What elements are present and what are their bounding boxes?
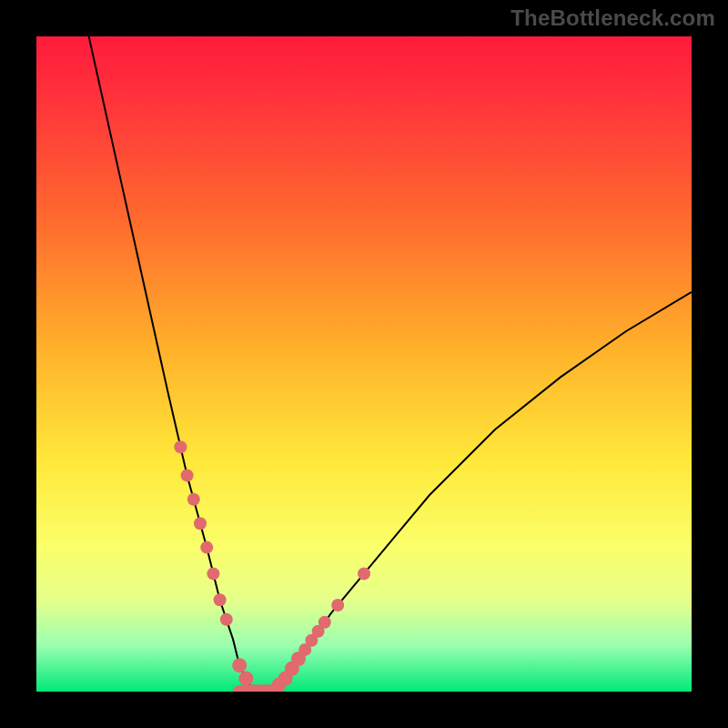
highlight-point (278, 672, 293, 686)
highlight-point (220, 613, 233, 626)
highlight-point (331, 599, 344, 612)
highlight-point (358, 567, 370, 580)
highlight-point (305, 634, 318, 647)
highlight-point (291, 652, 306, 666)
highlight-point (181, 469, 194, 481)
bottleneck-curve (89, 36, 692, 692)
highlight-point (252, 684, 267, 692)
highlight-points (174, 440, 370, 692)
highlight-point (194, 517, 207, 530)
watermark-text: TheBottleneck.com (511, 5, 715, 31)
highlight-point (238, 672, 253, 686)
highlight-point (312, 625, 325, 638)
highlight-point (207, 567, 219, 580)
highlight-point (200, 541, 213, 554)
highlight-point (265, 684, 279, 692)
curve-svg (36, 36, 692, 692)
highlight-point (214, 593, 227, 606)
highlight-point (298, 643, 311, 656)
highlight-point (246, 684, 260, 692)
chart-frame: TheBottleneck.com (0, 0, 728, 728)
highlight-point (174, 440, 187, 453)
highlight-point (271, 678, 286, 692)
highlight-point (232, 658, 247, 672)
highlight-point (318, 616, 331, 629)
highlight-point (285, 662, 299, 676)
highlight-point (258, 684, 273, 692)
plot-area (36, 36, 692, 692)
highlight-point (187, 493, 200, 506)
